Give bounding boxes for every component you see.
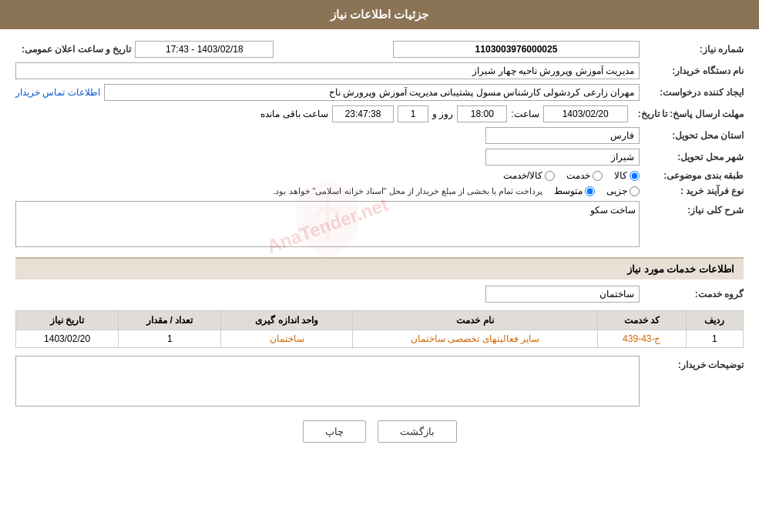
city-row: شهر محل تحویل: bbox=[15, 149, 744, 166]
announce-datetime-input bbox=[135, 41, 274, 58]
services-section-title: اطلاعات خدمات مورد نیاز bbox=[15, 257, 744, 279]
category-row: طبقه بندی موضوعی: کالا خدمت کالا/خدمت bbox=[15, 170, 744, 181]
category-label: طبقه بندی موضوعی: bbox=[643, 170, 744, 181]
table-row: 1 ج-43-439 سایر فعالیتهای تخصصی ساختمان … bbox=[16, 330, 744, 348]
contact-link[interactable]: اطلاعات تماس خریدار bbox=[15, 87, 100, 98]
services-table: ردیف کد خدمت نام خدمت واحد اندازه گیری ت… bbox=[15, 310, 744, 348]
category-goods-radio[interactable] bbox=[630, 171, 640, 181]
cell-row-num: 1 bbox=[686, 330, 743, 348]
deadline-days-label: روز و bbox=[432, 109, 453, 119]
purchase-type-row: نوع فرآیند خرید : جزیی متوسط پرداخت تمام… bbox=[15, 186, 744, 196]
buyer-org-row: نام دستگاه خریدار: bbox=[15, 62, 744, 79]
category-goods[interactable]: کالا bbox=[614, 170, 640, 181]
table-header-row: ردیف کد خدمت نام خدمت واحد اندازه گیری ت… bbox=[16, 311, 744, 330]
deadline-time-label: ساعت: bbox=[511, 109, 539, 119]
col-quantity: تعداد / مقدار bbox=[119, 311, 221, 330]
description-row: شرح کلی نیاز: AnaTender.net ساخت سکو bbox=[15, 201, 744, 249]
category-service-label: خدمت bbox=[566, 170, 590, 181]
col-row-num: ردیف bbox=[686, 311, 743, 330]
description-label: شرح کلی نیاز: bbox=[643, 201, 744, 216]
purchase-type-label: نوع فرآیند خرید : bbox=[643, 186, 744, 196]
purchase-small-radio[interactable] bbox=[630, 186, 640, 196]
requester-label: ایجاد کننده درخواست: bbox=[643, 87, 744, 98]
col-unit: واحد اندازه گیری bbox=[221, 311, 353, 330]
category-both-radio[interactable] bbox=[545, 171, 555, 181]
print-button[interactable]: چاپ bbox=[303, 420, 366, 443]
col-service-code: کد خدمت bbox=[597, 311, 686, 330]
col-service-name: نام خدمت bbox=[352, 311, 597, 330]
cell-need-date: 1403/02/20 bbox=[16, 330, 119, 348]
back-button[interactable]: بازگشت bbox=[378, 420, 457, 443]
buyer-notes-row: توضیحات خریدار: bbox=[15, 356, 744, 407]
deadline-time-input bbox=[457, 105, 507, 122]
description-textarea[interactable]: ساخت سکو bbox=[15, 201, 640, 247]
service-group-row: گروه خدمت: bbox=[15, 286, 744, 303]
buyer-org-label: نام دستگاه خریدار: bbox=[643, 65, 744, 76]
purchase-note: پرداخت تمام یا بخشی از مبلغ خریدار از مح… bbox=[273, 186, 542, 196]
content-area: شماره نیاز: تاریخ و ساعت اعلان عمومی: نا… bbox=[0, 29, 759, 468]
purchase-type-medium[interactable]: متوسط bbox=[554, 186, 595, 196]
need-number-label: شماره نیاز: bbox=[643, 44, 744, 55]
purchase-type-small[interactable]: جزیی bbox=[606, 186, 640, 196]
cell-unit: ساختمان bbox=[221, 330, 353, 348]
announce-datetime-label: تاریخ و ساعت اعلان عمومی: bbox=[15, 44, 131, 55]
category-both-label: کالا/خدمت bbox=[503, 170, 542, 181]
buyer-notes-textarea[interactable] bbox=[15, 356, 640, 407]
services-table-section: ردیف کد خدمت نام خدمت واحد اندازه گیری ت… bbox=[15, 310, 744, 348]
requester-row: ایجاد کننده درخواست: اطلاعات تماس خریدار bbox=[15, 84, 744, 101]
service-group-label: گروه خدمت: bbox=[643, 289, 744, 299]
service-group-input bbox=[485, 286, 640, 303]
category-service-radio[interactable] bbox=[593, 171, 603, 181]
need-number-row: شماره نیاز: تاریخ و ساعت اعلان عمومی: bbox=[15, 41, 744, 58]
category-both[interactable]: کالا/خدمت bbox=[503, 170, 555, 181]
deadline-remaining-label: ساعت باقی مانده bbox=[260, 109, 328, 119]
cell-service-name: سایر فعالیتهای تخصصی ساختمان bbox=[352, 330, 597, 348]
buyer-org-input bbox=[15, 62, 640, 79]
cell-service-code: ج-43-439 bbox=[597, 330, 686, 348]
deadline-label: مهلت ارسال پاسخ: تا تاریخ: bbox=[632, 109, 744, 119]
cell-quantity: 1 bbox=[119, 330, 221, 348]
buyer-notes-label: توضیحات خریدار: bbox=[643, 356, 744, 370]
deadline-date-input bbox=[543, 105, 628, 122]
deadline-remaining-input bbox=[332, 105, 394, 122]
city-label: شهر محل تحویل: bbox=[643, 152, 744, 162]
province-input bbox=[485, 127, 640, 144]
purchase-medium-label: متوسط bbox=[554, 186, 583, 196]
page-header: جزئیات اطلاعات نیاز bbox=[0, 0, 759, 29]
bottom-buttons: بازگشت چاپ bbox=[15, 420, 744, 443]
page-wrapper: جزئیات اطلاعات نیاز شماره نیاز: تاریخ و … bbox=[0, 0, 759, 532]
category-radio-group: کالا خدمت کالا/خدمت bbox=[503, 170, 640, 181]
city-input bbox=[485, 149, 640, 166]
need-number-input bbox=[393, 41, 640, 58]
deadline-days-input bbox=[398, 105, 428, 122]
province-label: استان محل تحویل: bbox=[643, 130, 744, 141]
col-need-date: تاریخ نیاز bbox=[16, 311, 119, 330]
purchase-small-label: جزیی bbox=[606, 186, 627, 196]
category-goods-label: کالا bbox=[614, 170, 627, 181]
deadline-row: مهلت ارسال پاسخ: تا تاریخ: ساعت: روز و س… bbox=[15, 105, 744, 122]
page-title: جزئیات اطلاعات نیاز bbox=[331, 8, 428, 21]
requester-input bbox=[104, 84, 640, 101]
purchase-medium-radio[interactable] bbox=[585, 186, 595, 196]
province-row: استان محل تحویل: bbox=[15, 127, 744, 144]
category-service[interactable]: خدمت bbox=[566, 170, 603, 181]
purchase-type-radio-group: جزیی متوسط bbox=[554, 186, 640, 196]
